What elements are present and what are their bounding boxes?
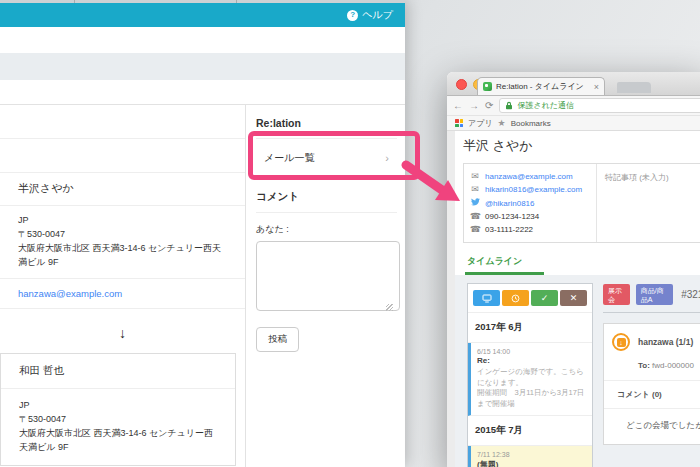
pending-clock-button[interactable]	[502, 290, 529, 306]
timeline-month-header: 2017年 6月	[468, 313, 592, 343]
trash-close-button[interactable]: ✕	[560, 290, 587, 306]
bookmark-star-icon: ★	[498, 119, 506, 128]
apps-grid-icon[interactable]	[455, 119, 463, 127]
help-circle-icon: ?	[347, 10, 358, 21]
tab-close-icon[interactable]: ×	[594, 82, 599, 92]
address-bar[interactable]: 保護された通信	[499, 98, 700, 113]
special-notes-field[interactable]: 特記事項 (未入力)	[596, 164, 700, 242]
screenshot-stage: ? ヘルプ 半沢さやか JP 〒530-0047 大阪府大阪市北区 西天満3-1…	[0, 0, 700, 467]
phone-icon: ☎	[470, 225, 480, 234]
mail-list-button[interactable]: メール一覧 ›	[256, 138, 397, 178]
twitter-row: @hikarin0816	[470, 198, 590, 208]
contact-address-block: JP 〒530-0047 大阪府大阪市北区 西天満3-14-6 センチュリー西天…	[0, 206, 245, 279]
ticket-label-badge[interactable]: 商品/商品A	[636, 284, 674, 305]
linked-contact-postal: 〒530-0047	[19, 414, 66, 424]
message-body: どこの会場でしたか。	[604, 408, 700, 444]
page-contact-name: 半沢 さやか	[463, 137, 700, 155]
message-sender: hanzawa (1/1)	[638, 337, 693, 347]
linked-contact-address-block: JP 〒530-0047 大阪府大阪市北区 西天満3-14-6 センチュリー西天…	[1, 389, 235, 465]
relation-panel-title: Re:lation	[256, 117, 397, 129]
mail-list-label: メール一覧	[264, 151, 314, 165]
contact-address: 大阪府大阪市北区 西天満3-14-6 センチュリー西天満ビル 9F	[18, 243, 221, 267]
browser-window: Re:lation - タイムライン × ← → ⟳ 保護された通信 アプリ ★	[447, 72, 700, 467]
phone-row: ☎ 03-1111-2222	[470, 225, 590, 234]
phone-row: ☎ 090-1234-1234	[470, 212, 590, 221]
timeline-entry[interactable]: 6/15 14:00 Re: インゲージの海野です。こちらになります。 開催期間…	[468, 343, 592, 416]
message-detail-panel: 展示会 商品/商品A #3219 ↓ hanzawa (1/1)	[603, 283, 700, 467]
done-check-button[interactable]: ✓	[531, 290, 558, 306]
security-chip-label: 保護された通信	[517, 100, 574, 111]
twitter-handle-link[interactable]: @hikarin0816	[485, 199, 534, 208]
browser-toolbar: ← → ⟳ 保護された通信	[447, 96, 700, 116]
phone-icon: ☎	[470, 212, 480, 221]
ticket-status-toolbar: ✓ ✕	[468, 284, 592, 313]
crm-subheader-band	[0, 53, 405, 80]
crm-window: ? ヘルプ 半沢さやか JP 〒530-0047 大阪府大阪市北区 西天満3-1…	[0, 0, 405, 467]
crm-content: 半沢さやか JP 〒530-0047 大阪府大阪市北区 西天満3-14-6 セン…	[0, 105, 405, 467]
back-icon[interactable]: ←	[453, 101, 463, 111]
timeline-list-card: ✓ ✕ 2017年 6月 6/15 14:00 Re: インゲージの海野です。こ…	[467, 283, 593, 467]
contact-email-link[interactable]: hanzawa@example.com	[18, 288, 122, 299]
browser-titlebar: Re:lation - タイムライン ×	[447, 72, 700, 96]
comments-toggle[interactable]: コメント (0)	[604, 380, 700, 408]
browser-page: 半沢 さやか ✉ hanzawa@example.com ✉ hikarin08…	[447, 131, 700, 467]
to-value: fwd-000000	[652, 361, 694, 370]
ticket-label-badge[interactable]: 展示会	[603, 284, 630, 305]
tab-title: Re:lation - タイムライン	[496, 81, 590, 92]
bookmarks-folder[interactable]: Bookmarks	[511, 119, 551, 128]
comment-textarea-wrap	[256, 241, 396, 315]
entry-snippet: インゲージの海野です。こちらになります。 開催期間 3月11日から3月17日まで…	[477, 367, 586, 409]
to-label: To:	[638, 361, 650, 370]
contact-name: 半沢さやか	[0, 173, 245, 206]
linked-contact-address: 大阪府大阪市北区 西天満3-14-6 センチュリー西天満ビル 9F	[19, 428, 213, 452]
email-row: ✉ hikarin0816@example.com	[470, 185, 590, 194]
comment-input[interactable]	[256, 241, 400, 311]
entry-snippet-line: 開催期間 3月11日から3月17日まで開催場	[477, 388, 584, 408]
page-main: 半沢 さやか ✉ hanzawa@example.com ✉ hikarin08…	[455, 131, 700, 467]
relation-integration-panel: Re:lation メール一覧 › コメント あなた : 投稿	[246, 105, 405, 467]
contact-info-card: ✉ hanzawa@example.com ✉ hikarin0816@exam…	[463, 163, 700, 243]
email-link[interactable]: hanzawa@example.com	[485, 172, 573, 181]
email-link[interactable]: hikarin0816@example.com	[485, 185, 582, 194]
phone-number: 03-1111-2222	[485, 225, 533, 234]
secure-lock-icon	[505, 101, 513, 110]
phone-number: 090-1234-1234	[485, 212, 539, 221]
inbox-status-button[interactable]	[473, 290, 500, 306]
forward-icon[interactable]: →	[469, 101, 479, 111]
comment-heading: コメント	[256, 178, 397, 213]
crm-header-bar: ? ヘルプ	[0, 3, 405, 27]
page-left-gutter	[447, 131, 455, 467]
entry-title: Re:	[477, 356, 586, 365]
post-button[interactable]: 投稿	[256, 327, 299, 352]
browser-tab[interactable]: Re:lation - タイムライン ×	[477, 77, 605, 95]
ticket-number: #3219	[681, 289, 700, 300]
twitter-bird-icon	[470, 198, 480, 208]
linked-contact-country: JP	[19, 400, 30, 410]
entry-time: 7/11 12:38	[477, 451, 586, 458]
ticket-label-row: 展示会 商品/商品A #3219	[603, 283, 700, 313]
crm-spacer-row	[0, 80, 405, 105]
help-link[interactable]: ? ヘルプ	[347, 8, 393, 22]
apps-bookmark[interactable]: アプリ	[468, 118, 493, 129]
contact-detail-column: 半沢さやか JP 〒530-0047 大阪府大阪市北区 西天満3-14-6 セン…	[0, 105, 246, 467]
contact-postal: 〒530-0047	[18, 229, 65, 239]
comment-author-label: あなた :	[256, 223, 397, 236]
tab-timeline[interactable]: タイムライン	[465, 255, 544, 275]
new-tab-button[interactable]	[617, 82, 651, 93]
chevron-right-icon: ›	[385, 152, 389, 164]
merge-down-arrow-icon: ↓	[0, 309, 245, 353]
crm-toolbar-row	[0, 27, 405, 53]
contact-channels: ✉ hanzawa@example.com ✉ hikarin0816@exam…	[464, 164, 596, 242]
contact-email-row: hanzawa@example.com	[0, 279, 245, 309]
blank-row	[0, 105, 245, 139]
blank-row	[0, 139, 245, 173]
forward-arrow-glyph: ↓	[617, 338, 626, 347]
email-row: ✉ hanzawa@example.com	[470, 172, 590, 181]
entry-time: 6/15 14:00	[477, 348, 586, 355]
bookmarks-bar: アプリ ★ Bookmarks	[447, 116, 700, 131]
envelope-icon: ✉	[470, 172, 480, 181]
reload-icon[interactable]: ⟳	[485, 101, 493, 111]
message-card: ↓ hanzawa (1/1) To: fwd-000000 コメント (0) …	[603, 323, 700, 445]
close-window-button[interactable]	[456, 79, 467, 90]
timeline-entry-selected[interactable]: 7/11 12:38 (無題) 展示会 商品A どこの会場でしたか。	[468, 446, 592, 467]
